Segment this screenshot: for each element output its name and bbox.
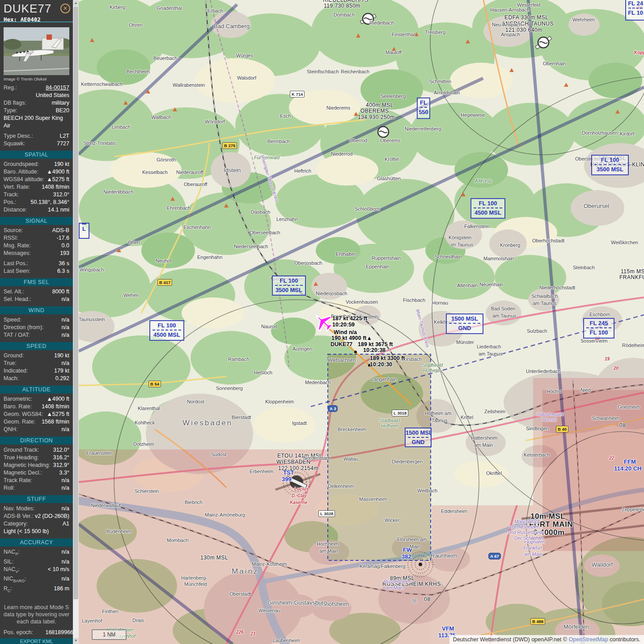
section-header: SPATIAL xyxy=(0,151,73,159)
aircraft-photo-image xyxy=(4,27,69,75)
data-row: Reg.:84-00157 xyxy=(0,84,73,92)
data-row: BEECH 200 Super King Air xyxy=(0,114,73,130)
section-header: STUFF xyxy=(0,495,73,503)
section-header: ALTITUDE xyxy=(0,386,73,394)
aircraft-detail-sidebar: DUKE77 Hex: AE0402 ✕ I xyxy=(0,0,73,644)
mode-s-note: Learn more about Mode S data type by hov… xyxy=(0,604,73,625)
data-row: Geom. WGS84:▲5275 ft xyxy=(0,411,73,418)
data-row: NACV:< 10 m/s xyxy=(0,566,73,576)
data-row: Last Pos.:36 s xyxy=(0,260,73,267)
map[interactable]: RIEDELBACH/TS.119.730 850mEDFA 330m MSLA… xyxy=(79,0,644,644)
data-row: Ground:190 kt xyxy=(0,352,73,360)
map-canvas xyxy=(79,0,644,644)
tar1090-app: { "sidebar": { "title": "DUKE77", "hex_l… xyxy=(0,0,644,644)
data-row: RC:186 m xyxy=(0,585,73,595)
data-row: Magnetic Heading:312.9° xyxy=(0,462,73,469)
data-row: Baro. Rate:1408 ft/min xyxy=(0,403,73,411)
data-row: SIL:n/a xyxy=(0,558,73,566)
data-row: Indicated:179 kt xyxy=(0,367,73,375)
sections: SPATIALGroundspeed:190 ktBaro. Altitude:… xyxy=(0,151,73,594)
data-row: Direction (from):n/a xyxy=(0,324,73,331)
data-row: TAT / OAT:n/a xyxy=(0,331,73,339)
section-header: DIRECTION xyxy=(0,436,73,445)
data-row: Speed:n/a xyxy=(0,316,73,324)
data-row: Roll:n/a xyxy=(0,484,73,492)
data-row: Light (< 15 500 lb) xyxy=(0,528,73,535)
info-rows: Reg.:84-00157United StatesDB flags:milit… xyxy=(0,84,73,148)
data-row: NICBARO:n/a xyxy=(0,575,73,585)
scrollbar-thumb[interactable] xyxy=(73,7,78,599)
data-row: Groundspeed:190 kt xyxy=(0,161,73,168)
close-icon[interactable]: ✕ xyxy=(60,4,70,13)
section-header: SPEED xyxy=(0,342,73,350)
data-row: Type Desc.:L2T xyxy=(0,132,73,140)
data-row: Vert. Rate:1408 ft/min xyxy=(0,183,73,191)
section-header: WIND xyxy=(0,306,73,314)
data-row: Category:A1 xyxy=(0,520,73,528)
data-row: WGS84 altitude:▲5275 ft xyxy=(0,176,73,183)
data-row: Magnetic Decl.:3.3° xyxy=(0,469,73,477)
data-row: NACP:n/a xyxy=(0,548,73,558)
osm-link[interactable]: OpenStreetMap xyxy=(568,636,608,643)
section-header: FMS SEL xyxy=(0,278,73,286)
data-row: Type:BE20 xyxy=(0,107,73,114)
hex-code: Hex: AE0402 xyxy=(4,16,69,23)
scroll-up-icon[interactable]: ▲ xyxy=(73,0,79,6)
sidebar-scrollbar[interactable]: ▲ ▼ xyxy=(73,0,79,644)
data-row: Distance:14.1 nmi xyxy=(0,206,73,214)
data-row: Last Seen:6.3 s xyxy=(0,267,73,275)
data-row: United States xyxy=(0,92,73,99)
data-row: Track Rate:n/a xyxy=(0,477,73,484)
section-header: ACCURACY xyxy=(0,538,73,547)
export-kml-button[interactable]: EXPORT KML xyxy=(0,638,73,644)
data-row: Barometric:▲4900 ft xyxy=(0,395,73,403)
data-row: Msg. Rate:0.0 xyxy=(0,242,73,250)
data-row: Messages:193 xyxy=(0,250,73,257)
aircraft-photo xyxy=(4,27,69,75)
data-row: QNH:n/a xyxy=(0,426,73,433)
data-row: RSSI:-17.6 xyxy=(0,234,73,242)
data-row: Sel. Head.:n/a xyxy=(0,296,73,303)
data-row: Squawk:7727 xyxy=(0,140,73,148)
data-row: Source:ADS-B xyxy=(0,227,73,234)
data-row: DB flags:military xyxy=(0,99,73,107)
data-row: Ground Track:312.0° xyxy=(0,446,73,454)
data-row: True:n/a xyxy=(0,360,73,367)
data-row: Baro. Altitude:▲4900 ft xyxy=(0,168,73,176)
callsign-title: DUKE77 xyxy=(4,2,69,16)
data-row: Track:312.0° xyxy=(0,191,73,199)
data-row: True Heading:316.2° xyxy=(0,454,73,462)
data-row: Mach:0.292 xyxy=(0,375,73,382)
map-scale: 1 NM xyxy=(92,629,127,640)
data-row: Sel. Alt.:8000 ft xyxy=(0,288,73,296)
data-row: Geom. Rate:1568 ft/min xyxy=(0,418,73,426)
photo-credit: Image © Trenin Oleksii xyxy=(4,76,69,81)
section-header: SIGNAL xyxy=(0,217,73,225)
pos-epoch-row: Pos. epoch:1681899667 xyxy=(0,629,80,636)
map-attribution: Deutscher Wetterdienst (DWD) openAIP.net… xyxy=(449,635,644,644)
registration-link[interactable]: 84-00157 xyxy=(46,84,69,92)
data-row: Nav. Modes:n/a xyxy=(0,505,73,513)
data-row: Pos.:50.138°, 8.346° xyxy=(0,199,73,206)
data-row: ADS-B Ver.:v2 (DO-260B) xyxy=(0,513,73,520)
scroll-down-icon[interactable]: ▼ xyxy=(73,638,79,644)
sidebar-titlebar: DUKE77 Hex: AE0402 ✕ xyxy=(0,0,73,22)
